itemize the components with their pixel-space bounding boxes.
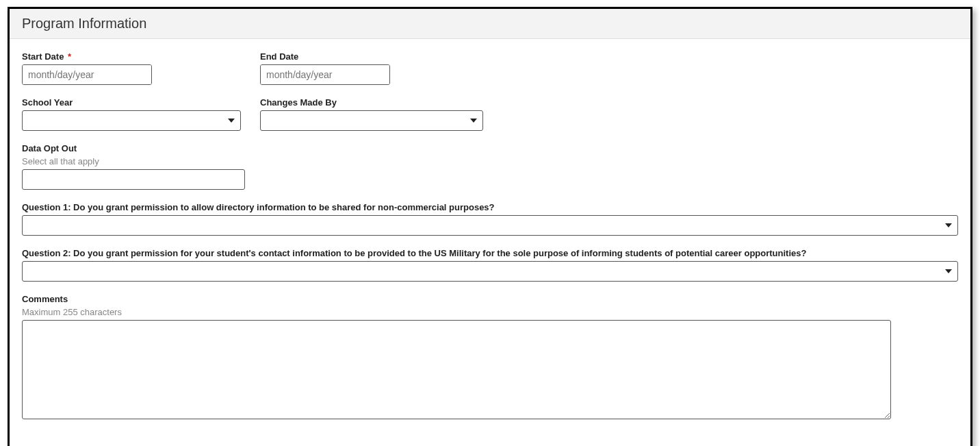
chevron-down-icon — [945, 269, 952, 273]
school-year-select[interactable] — [22, 110, 241, 131]
end-date-control — [260, 64, 390, 85]
end-date-label: End Date — [260, 51, 390, 62]
changes-made-by-label: Changes Made By — [260, 97, 483, 108]
field-end-date: End Date — [260, 51, 390, 85]
question-2-select[interactable] — [22, 261, 958, 282]
question-1-select[interactable] — [22, 215, 958, 236]
field-comments: Comments Maximum 255 characters — [22, 294, 958, 422]
start-date-label: Start Date * — [22, 51, 152, 62]
required-indicator: * — [68, 51, 71, 62]
comments-label: Comments — [22, 294, 958, 304]
chevron-down-icon — [228, 119, 235, 123]
data-opt-out-input[interactable] — [22, 169, 245, 190]
field-question-2: Question 2: Do you grant permission for … — [22, 248, 958, 282]
changes-made-by-select[interactable] — [260, 110, 483, 131]
chevron-down-icon — [945, 223, 952, 227]
start-date-control — [22, 64, 152, 85]
field-data-opt-out: Data Opt Out Select all that apply — [22, 143, 958, 190]
question-2-label: Question 2: Do you grant permission for … — [22, 248, 958, 258]
field-question-1: Question 1: Do you grant permission to a… — [22, 202, 958, 236]
start-date-label-text: Start Date — [22, 51, 64, 62]
school-year-label: School Year — [22, 97, 241, 108]
start-date-input[interactable] — [23, 65, 152, 84]
field-start-date: Start Date * — [22, 51, 152, 85]
field-changes-made-by: Changes Made By — [260, 97, 483, 131]
data-opt-out-label: Data Opt Out — [22, 143, 958, 153]
panel-title: Program Information — [10, 9, 970, 39]
panel-body: Start Date * End Date — [10, 39, 970, 446]
end-date-input[interactable] — [261, 65, 390, 84]
field-school-year: School Year — [22, 97, 241, 131]
data-opt-out-helper: Select all that apply — [22, 156, 958, 166]
comments-textarea[interactable] — [22, 320, 891, 419]
row-selects: School Year Changes Made By — [22, 97, 958, 131]
comments-helper: Maximum 255 characters — [22, 307, 958, 317]
program-information-panel: Program Information Start Date * End Dat… — [8, 7, 972, 446]
chevron-down-icon — [470, 119, 477, 123]
question-1-label: Question 1: Do you grant permission to a… — [22, 202, 958, 212]
row-dates: Start Date * End Date — [22, 51, 958, 85]
